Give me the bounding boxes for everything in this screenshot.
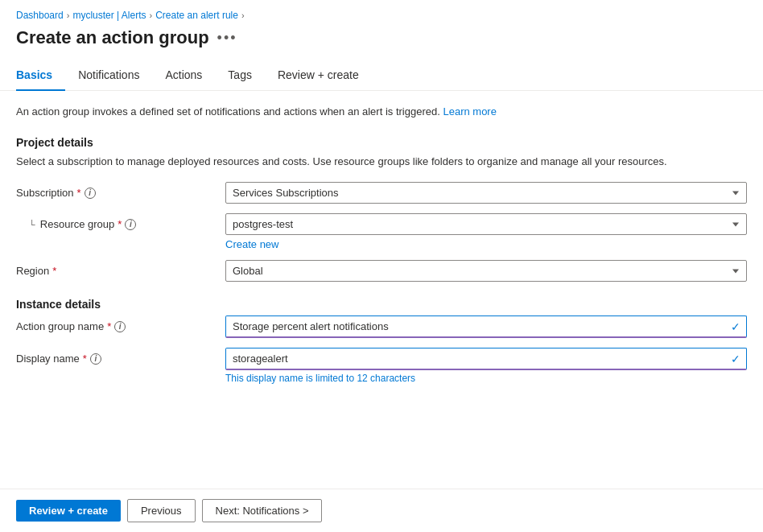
breadcrumb-sep-2: › xyxy=(150,10,153,20)
breadcrumb: Dashboard › mycluster | Alerts › Create … xyxy=(0,0,763,27)
breadcrumb-create-alert[interactable]: Create an alert rule xyxy=(155,10,238,21)
tab-review-create[interactable]: Review + create xyxy=(265,62,372,91)
action-group-name-input-wrapper: ✓ xyxy=(225,315,747,338)
more-options-icon[interactable]: ••• xyxy=(217,30,237,47)
resource-group-row: └ Resource group * i postgres-test Creat… xyxy=(16,213,747,250)
display-name-input[interactable] xyxy=(225,348,747,370)
instance-details-title: Instance details xyxy=(16,298,747,311)
action-group-name-row: Action group name * i ✓ xyxy=(16,315,747,338)
review-create-button[interactable]: Review + create xyxy=(16,500,121,522)
action-group-name-label: Action group name * i xyxy=(16,320,209,332)
region-select[interactable]: Global xyxy=(225,260,747,282)
description-text: An action group invokes a defined set of… xyxy=(16,104,747,120)
action-group-name-required: * xyxy=(107,320,111,332)
learn-more-link[interactable]: Learn more xyxy=(443,105,496,118)
resource-group-info-icon[interactable]: i xyxy=(125,219,136,230)
subscription-label: Subscription * i xyxy=(16,187,209,199)
breadcrumb-mycluster[interactable]: mycluster | Alerts xyxy=(72,10,146,21)
project-details-description: Select a subscription to manage deployed… xyxy=(16,154,747,170)
region-label: Region * xyxy=(16,265,209,277)
instance-details-section: Instance details Action group name * i ✓ xyxy=(16,298,747,384)
page-header: Create an action group ••• xyxy=(0,27,763,61)
tab-tags[interactable]: Tags xyxy=(215,62,265,91)
subscription-required: * xyxy=(77,187,81,199)
display-name-info-icon[interactable]: i xyxy=(90,353,101,365)
region-required: * xyxy=(52,265,56,277)
breadcrumb-sep-1: › xyxy=(67,10,70,20)
region-row: Region * Global xyxy=(16,260,747,282)
resource-group-select[interactable]: postgres-test xyxy=(225,213,747,235)
display-name-row: Display name * i ✓ This display name is … xyxy=(16,348,747,384)
action-group-name-input[interactable] xyxy=(225,315,747,338)
display-name-required: * xyxy=(83,353,87,365)
next-button[interactable]: Next: Notifications > xyxy=(202,499,323,522)
content-area: An action group invokes a defined set of… xyxy=(0,91,763,489)
subscription-select[interactable]: Services Subscriptions xyxy=(225,182,747,204)
footer: Review + create Previous Next: Notificat… xyxy=(0,489,763,532)
resource-group-select-wrapper: postgres-test xyxy=(225,213,747,235)
action-group-name-info-icon[interactable]: i xyxy=(114,321,126,332)
tabs-container: Basics Notifications Actions Tags Review… xyxy=(0,61,763,91)
display-name-hint: This display name is limited to 12 chara… xyxy=(225,373,747,384)
display-name-label: Display name * i xyxy=(16,353,209,365)
breadcrumb-dashboard[interactable]: Dashboard xyxy=(16,10,64,21)
create-new-link[interactable]: Create new xyxy=(225,238,278,250)
resource-group-required: * xyxy=(118,218,122,230)
subscription-info-icon[interactable]: i xyxy=(85,188,96,199)
region-select-wrapper: Global xyxy=(225,260,747,282)
project-details-section: Project details Select a subscription to… xyxy=(16,136,747,282)
resource-group-label: Resource group * i xyxy=(40,218,137,230)
action-group-name-check-icon: ✓ xyxy=(731,320,740,333)
display-name-check-icon: ✓ xyxy=(731,353,740,365)
subscription-select-wrapper: Services Subscriptions xyxy=(225,182,747,204)
breadcrumb-sep-3: › xyxy=(241,10,245,20)
project-details-title: Project details xyxy=(16,136,747,149)
page-title: Create an action group xyxy=(16,27,209,48)
connector-symbol: └ xyxy=(29,220,35,229)
subscription-row: Subscription * i Services Subscriptions xyxy=(16,182,747,204)
display-name-input-wrapper: ✓ xyxy=(225,348,747,370)
tab-actions[interactable]: Actions xyxy=(152,62,215,91)
previous-button[interactable]: Previous xyxy=(127,499,196,522)
tab-notifications[interactable]: Notifications xyxy=(65,62,152,91)
tab-basics[interactable]: Basics xyxy=(16,62,65,91)
